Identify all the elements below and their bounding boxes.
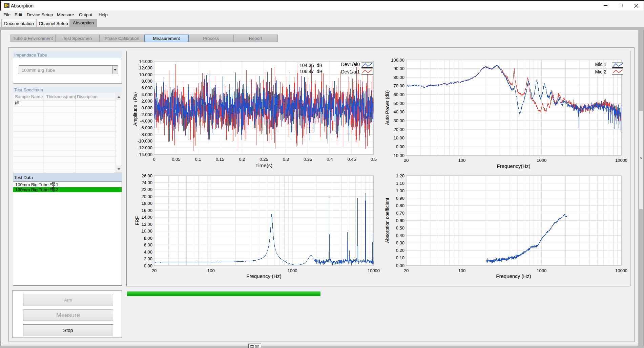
svg-text:104.35 dB: 104.35 dB bbox=[299, 63, 323, 68]
svg-text:2.000: 2.000 bbox=[141, 99, 152, 104]
svg-text:2.00: 2.00 bbox=[144, 256, 152, 261]
svg-text:Absorption coefficient: Absorption coefficient bbox=[385, 198, 390, 243]
svg-text:60.00: 60.00 bbox=[393, 92, 404, 97]
svg-text:4.000: 4.000 bbox=[141, 92, 152, 97]
svg-text:-8.000: -8.000 bbox=[140, 132, 152, 137]
svg-text:8.00: 8.00 bbox=[144, 236, 152, 241]
svg-text:14.00: 14.00 bbox=[141, 215, 152, 220]
svg-text:20: 20 bbox=[152, 268, 157, 273]
svg-text:14.000: 14.000 bbox=[139, 59, 152, 64]
svg-text:8.000: 8.000 bbox=[141, 79, 152, 84]
svg-text:Mic 1: Mic 1 bbox=[595, 62, 607, 67]
svg-text:0.4: 0.4 bbox=[327, 157, 333, 162]
svg-text:1000: 1000 bbox=[537, 158, 546, 163]
svg-text:0.45: 0.45 bbox=[348, 157, 356, 162]
svg-text:20.00: 20.00 bbox=[141, 194, 152, 199]
svg-text:0: 0 bbox=[153, 157, 155, 162]
svg-text:0.60: 0.60 bbox=[396, 218, 404, 223]
svg-text:10.00: 10.00 bbox=[141, 229, 152, 234]
svg-text:-14.000: -14.000 bbox=[138, 152, 152, 157]
svg-text:0.2: 0.2 bbox=[239, 157, 245, 162]
svg-text:90.00: 90.00 bbox=[393, 66, 404, 71]
svg-text:-6.000: -6.000 bbox=[140, 125, 152, 130]
svg-text:Dev1/ai1: Dev1/ai1 bbox=[341, 69, 360, 74]
svg-text:10000: 10000 bbox=[368, 268, 380, 273]
svg-text:6.000: 6.000 bbox=[141, 85, 152, 90]
svg-text:50.00: 50.00 bbox=[393, 101, 404, 106]
svg-text:100.00: 100.00 bbox=[391, 58, 404, 63]
svg-text:Time(s): Time(s) bbox=[255, 162, 272, 168]
svg-text:100: 100 bbox=[458, 268, 466, 273]
svg-text:-4.000: -4.000 bbox=[140, 118, 152, 124]
svg-text:Frequency(Hz): Frequency(Hz) bbox=[497, 163, 530, 169]
svg-text:0.00: 0.00 bbox=[144, 263, 152, 268]
svg-text:20: 20 bbox=[404, 158, 409, 163]
svg-text:1000: 1000 bbox=[287, 268, 297, 273]
svg-text:20.00: 20.00 bbox=[393, 127, 404, 132]
svg-text:16.00: 16.00 bbox=[141, 208, 152, 213]
svg-text:20: 20 bbox=[404, 268, 409, 273]
svg-text:106.47 dB: 106.47 dB bbox=[299, 69, 323, 74]
svg-text:40.00: 40.00 bbox=[393, 109, 404, 114]
svg-text:30.00: 30.00 bbox=[393, 118, 404, 123]
svg-text:6.00: 6.00 bbox=[144, 242, 152, 247]
svg-text:10.000: 10.000 bbox=[139, 72, 152, 77]
svg-text:Frequency (Hz): Frequency (Hz) bbox=[496, 273, 531, 279]
svg-text:100: 100 bbox=[458, 158, 466, 163]
svg-text:0.00: 0.00 bbox=[396, 144, 404, 149]
svg-text:0.3: 0.3 bbox=[283, 157, 289, 162]
svg-text:0.35: 0.35 bbox=[304, 157, 312, 162]
svg-text:22.00: 22.00 bbox=[141, 187, 152, 192]
svg-text:Frequency (Hz): Frequency (Hz) bbox=[246, 273, 281, 279]
svg-text:0.90: 0.90 bbox=[396, 196, 404, 201]
svg-text:Mic 2: Mic 2 bbox=[595, 69, 607, 74]
svg-text:Dev1/ai0: Dev1/ai0 bbox=[341, 62, 360, 67]
svg-text:Amplitude（Pa）: Amplitude（Pa） bbox=[132, 89, 138, 126]
svg-text:10000: 10000 bbox=[615, 158, 627, 163]
svg-text:0.70: 0.70 bbox=[396, 211, 404, 216]
svg-text:4.00: 4.00 bbox=[144, 249, 152, 255]
svg-text:12.00: 12.00 bbox=[141, 222, 152, 227]
svg-text:0.40: 0.40 bbox=[396, 233, 404, 238]
svg-text:10000: 10000 bbox=[615, 268, 627, 273]
svg-text:0.000: 0.000 bbox=[141, 105, 152, 110]
svg-text:Auto Power (dB): Auto Power (dB) bbox=[385, 90, 390, 125]
svg-text:-2.000: -2.000 bbox=[140, 112, 152, 117]
svg-text:0.25: 0.25 bbox=[259, 157, 268, 162]
svg-text:0.05: 0.05 bbox=[172, 157, 180, 162]
svg-text:0.50: 0.50 bbox=[396, 225, 404, 231]
svg-text:1.10: 1.10 bbox=[396, 181, 404, 186]
svg-text:80.00: 80.00 bbox=[393, 75, 404, 80]
svg-text:24.00: 24.00 bbox=[141, 180, 152, 185]
svg-text:0.00: 0.00 bbox=[396, 263, 404, 268]
svg-text:1.20: 1.20 bbox=[396, 173, 404, 178]
svg-text:0.10: 0.10 bbox=[396, 255, 404, 260]
svg-text:0.1: 0.1 bbox=[195, 157, 201, 162]
svg-text:-10.00: -10.00 bbox=[392, 153, 404, 158]
svg-text:0.15: 0.15 bbox=[216, 157, 224, 162]
svg-text:1.00: 1.00 bbox=[396, 188, 404, 193]
svg-text:0.30: 0.30 bbox=[396, 240, 404, 245]
svg-text:0.5: 0.5 bbox=[371, 157, 377, 162]
svg-text:-10.000: -10.000 bbox=[138, 138, 152, 144]
svg-text:100: 100 bbox=[207, 268, 215, 273]
svg-text:70.00: 70.00 bbox=[393, 83, 404, 88]
svg-text:1000: 1000 bbox=[537, 268, 546, 273]
svg-text:12.000: 12.000 bbox=[139, 65, 152, 70]
svg-text:26.00: 26.00 bbox=[141, 173, 152, 178]
svg-text:10.00: 10.00 bbox=[393, 135, 404, 140]
svg-text:0.20: 0.20 bbox=[396, 248, 404, 253]
svg-text:18.00: 18.00 bbox=[141, 201, 152, 206]
svg-text:-12.000: -12.000 bbox=[138, 145, 152, 150]
svg-text:FRF: FRF bbox=[134, 216, 140, 225]
svg-text:0.80: 0.80 bbox=[396, 203, 404, 208]
